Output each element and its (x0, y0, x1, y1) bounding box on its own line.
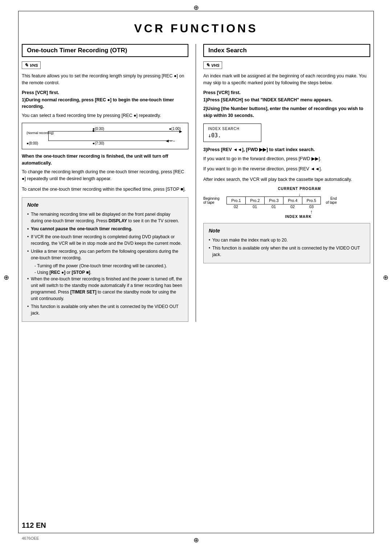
tape-num-2: 01 (245, 204, 264, 209)
left-column: One-touch Timer Recording (OTR) ✎ VHS Th… (22, 44, 196, 322)
pencil-icon: ✎ (24, 62, 28, 68)
press-vcr-first-right: Press [VCR] first. (203, 90, 370, 95)
tape-num-5: 03 (302, 204, 321, 209)
tape-seg-1: Pro.1 (226, 197, 245, 204)
right-section-header: Index Search (203, 44, 370, 57)
tape-segments-row: Beginning of tape Pro.1 Pro.2 Pro.3 Pro.… (203, 197, 370, 204)
right-step1: 1)Press [SEARCH] so that "INDEX SEARCH" … (203, 97, 370, 104)
step1-body-left: You can select a fixed recording time by… (22, 112, 188, 119)
tl-100-label: ●(1:00) (169, 127, 181, 131)
tape-arrow-up-row: ↑ (226, 209, 370, 215)
left-section-header: One-touch Timer Recording (OTR) (22, 44, 188, 57)
screen-value: ↓03. (208, 132, 257, 139)
reg-mark-bottom: ⊕ (193, 536, 199, 544)
tape-seg-5: Pro.5 (302, 197, 321, 204)
right-note-item-0: You can make the index mark up to 20. (209, 237, 365, 243)
screen-title: INDEX SEARCH (208, 127, 257, 131)
spacer4 (283, 209, 302, 215)
note-item-4: When the one-touch timer recording is fi… (27, 276, 183, 302)
step1-header-left: 1)During normal recording, press [REC ●]… (22, 97, 188, 110)
tl-dot-030 (93, 130, 94, 132)
page: ⊕ ⊕ ⊕ ⊕ VCR FUNCTIONS One-touch Timer Re… (0, 0, 392, 555)
tl-normal-label: (Normal recording) (26, 131, 54, 135)
tape-diagram: CURRENT PROGRAM ↓ Beginning of tape Pro.… (203, 187, 370, 219)
para1-left: To change the recording length during th… (22, 169, 188, 182)
note-item-sub2: - Using [REC ●] or [STOP ■]. (27, 269, 183, 276)
right-note-box: Note You can make the index mark up to 2… (203, 223, 370, 263)
page-number: 112 EN (22, 521, 46, 530)
index-mark-label: INDEX MARK (226, 215, 370, 219)
tape-num-3: 01 (264, 204, 283, 209)
right-step3: 3)Press [REV ◄◄], [FWD ▶▶] to start inde… (203, 146, 370, 153)
left-intro: This feature allows you to set the recor… (22, 73, 188, 86)
spacer1 (226, 209, 245, 215)
note-item-2: If VCR the one-touch timer recording is … (27, 234, 183, 247)
timeline-inner: ▶ ●(0:30) ●(1:00) (Normal recording) ◀ –… (26, 126, 184, 146)
reg-mark-right: ⊕ (383, 274, 388, 281)
after-text: After index search, the VCR will play ba… (203, 176, 370, 183)
border-right (373, 11, 374, 533)
reg-mark-top: ⊕ (193, 4, 199, 12)
fwd-text: If you want to go in the forward directi… (203, 155, 370, 162)
page-code: 4676OEE (22, 536, 39, 540)
tape-numbers-row: 02 01 01 02 03 (226, 204, 370, 209)
tape-arrow-up: ↑ (302, 209, 321, 215)
pencil-icon-right: ✎ (206, 62, 210, 68)
tape-segments: Pro.1 Pro.2 Pro.3 Pro.4 Pro.5 (226, 197, 321, 204)
current-program-label: CURRENT PROGRAM (229, 187, 370, 191)
end-of-tape-label: End of tape (322, 197, 337, 204)
tape-seg-2: Pro.2 (245, 197, 264, 204)
tl-top-line (48, 131, 180, 131)
right-note-item-1: This function is available only when the… (209, 245, 365, 258)
tape-num-4: 02 (283, 204, 302, 209)
para2-left: To cancel the one-touch timer recording … (22, 186, 188, 193)
left-vhs-label: VHS (30, 63, 38, 68)
spacer2 (245, 209, 264, 215)
page-title: VCR FUNCTIONS (22, 22, 370, 35)
tape-arrow-down: ↓ (229, 192, 370, 197)
tape-seg-4: Pro.4 (283, 197, 302, 204)
tape-num-1: 02 (226, 204, 245, 209)
tl-arrow-left: ◀ – – (166, 139, 175, 143)
right-column: Index Search ✎ VHS An index mark will be… (196, 44, 370, 322)
two-column-layout: One-touch Timer Recording (OTR) ✎ VHS Th… (22, 44, 370, 322)
tl-vert-left (48, 131, 49, 141)
reg-mark-left: ⊕ (4, 274, 9, 281)
bold-warning: When the one-touch timer recording is fi… (22, 153, 188, 167)
note-item-sub1: - Turning off the power (One-touch timer… (27, 263, 183, 269)
note-item-0: The remaining recording time will be dis… (27, 211, 183, 224)
right-intro: An index mark will be assigned at the be… (203, 73, 370, 86)
timeline-diagram: ▶ ●(0:30) ●(1:00) (Normal recording) ◀ –… (22, 123, 188, 149)
left-note-box: Note The remaining recording time will b… (22, 197, 188, 322)
spacer3 (264, 209, 283, 215)
index-search-screen: INDEX SEARCH ↓03. (203, 123, 261, 142)
press-vcr-first-left: Press [VCR] first. (22, 90, 188, 95)
tl-730-label: ●(7:30) (93, 141, 104, 145)
right-vhs-label: VHS (211, 63, 220, 68)
note-item-3: Unlike a timer recording, you can perfor… (27, 248, 183, 261)
begin-of-tape-label: Beginning of tape (203, 197, 225, 204)
note-item-5: This function is available only when the… (27, 303, 183, 316)
right-step2: 2)Using [the Number buttons], enter the … (203, 105, 370, 119)
rev-text: If you want to go in the reverse directi… (203, 166, 370, 173)
left-note-title: Note (27, 201, 183, 209)
border-left (18, 11, 19, 533)
left-vhs-badge: ✎ VHS (22, 61, 41, 69)
right-note-title: Note (209, 227, 365, 235)
tape-seg-3: Pro.3 (264, 197, 283, 204)
border-bottom (18, 533, 374, 533)
tl-800-label: ●(8:00) (26, 141, 38, 145)
tl-030-label: ●(0:30) (93, 127, 104, 131)
note-item-1: You cannot pause the one-touch timer rec… (27, 226, 183, 232)
tl-bottom-line (48, 141, 173, 141)
right-vhs-badge: ✎ VHS (203, 61, 222, 69)
